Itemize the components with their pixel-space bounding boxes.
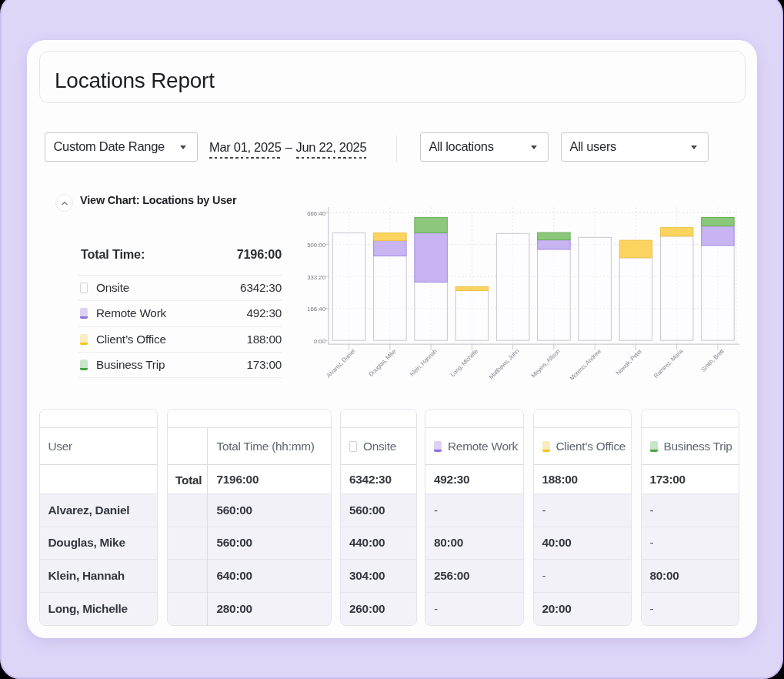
svg-text:166:40: 166:40 <box>307 306 326 313</box>
svg-text:Douglas, Mike: Douglas, Mike <box>368 347 399 378</box>
svg-text:Long, Michelle: Long, Michelle <box>449 347 480 378</box>
svg-text:Moreno, Andrew: Moreno, Andrew <box>569 347 602 381</box>
svg-text:500:00: 500:00 <box>307 242 326 249</box>
svg-text:Matthews, John: Matthews, John <box>488 348 521 381</box>
svg-text:0:00: 0:00 <box>314 338 326 345</box>
svg-text:Klein, Hannah: Klein, Hannah <box>409 348 439 378</box>
svg-text:Ramirez, Maria: Ramirez, Maria <box>652 347 685 380</box>
svg-text:666:40: 666:40 <box>307 210 326 217</box>
svg-text:333:20: 333:20 <box>307 274 326 281</box>
svg-text:Alvarez, Daniel: Alvarez, Daniel <box>325 347 357 379</box>
svg-text:Meyers, Allison: Meyers, Allison <box>530 348 562 380</box>
svg-text:Smith, Brett: Smith, Brett <box>700 347 726 373</box>
svg-text:Nowak, Peter: Nowak, Peter <box>615 347 644 376</box>
